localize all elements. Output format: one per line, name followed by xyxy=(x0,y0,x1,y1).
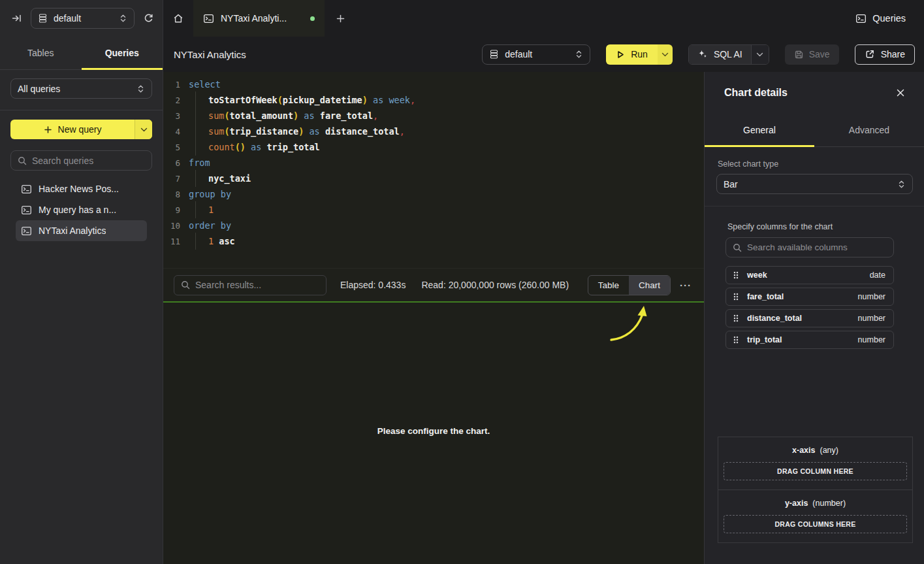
new-query-main[interactable]: New query xyxy=(10,120,135,139)
sql-editor-lines: 1select2toStartOfWeek(pickup_datetime) a… xyxy=(163,76,704,249)
top-bar-left: default xyxy=(0,0,163,37)
chevron-updown-icon xyxy=(575,50,583,59)
line-code: nyc_taxi xyxy=(189,173,251,184)
toolbar-database-value: default xyxy=(505,49,569,59)
columns-search-box[interactable] xyxy=(725,237,894,257)
column-pill-fare_total[interactable]: fare_totalnumber xyxy=(725,288,894,306)
chart-type-selector[interactable]: Bar xyxy=(716,174,913,194)
run-button[interactable]: Run xyxy=(606,44,673,65)
chart-type-value: Bar xyxy=(724,179,891,190)
refresh-icon[interactable] xyxy=(143,13,154,24)
sidebar-query-item[interactable]: NYTaxi Analytics xyxy=(16,220,147,241)
column-name: trip_total xyxy=(747,335,782,344)
sidebar-tab-tables-label: Tables xyxy=(27,48,54,58)
sql-ai-label: SQL AI xyxy=(714,49,742,59)
database-selector[interactable]: default xyxy=(31,8,135,29)
terminal-icon xyxy=(21,226,32,236)
code-line: 4sum(trip_distance) as distance_total, xyxy=(163,124,704,139)
new-query-dropdown[interactable] xyxy=(135,120,152,139)
query-search-box[interactable] xyxy=(10,150,152,171)
sql-ai-dropdown[interactable] xyxy=(751,45,769,64)
panel-tab-advanced[interactable]: Advanced xyxy=(814,113,924,146)
save-button[interactable]: Save xyxy=(785,44,839,65)
x-axis-section: x-axis (any) DRAG COLUMN HERE xyxy=(718,437,912,489)
line-code: group by xyxy=(189,189,231,199)
save-button-label: Save xyxy=(809,49,830,59)
code-line: 8group by xyxy=(163,186,704,202)
share-icon xyxy=(865,49,875,59)
sidebar-query-item[interactable]: My query has a n... xyxy=(16,199,147,220)
sidebar-tab-queries[interactable]: Queries xyxy=(82,37,163,69)
sidebar-query-item[interactable]: Hacker News Pos... xyxy=(16,178,147,199)
home-button[interactable] xyxy=(163,0,193,37)
sidebar-tab-tables[interactable]: Tables xyxy=(0,37,82,69)
chevron-down-icon xyxy=(140,127,148,132)
column-type: number xyxy=(858,292,885,301)
database-icon xyxy=(38,13,48,24)
query-name: Hacker News Pos... xyxy=(39,184,119,194)
query-filter-selector[interactable]: All queries xyxy=(10,78,152,99)
line-number: 6 xyxy=(163,158,180,168)
code-line: 3sum(total_amount) as fare_total, xyxy=(163,108,704,124)
results-search-box[interactable] xyxy=(174,275,327,295)
line-number: 5 xyxy=(163,142,180,152)
results-search-input[interactable] xyxy=(195,280,319,290)
line-code: 1 asc xyxy=(189,236,235,246)
column-type: number xyxy=(858,314,885,323)
line-code: 1 xyxy=(189,205,214,215)
column-pill-distance_total[interactable]: distance_totalnumber xyxy=(725,309,894,327)
terminal-icon xyxy=(21,184,32,194)
more-options-button[interactable]: ··· xyxy=(678,280,693,291)
chevron-updown-icon xyxy=(897,180,906,189)
available-columns-list: weekdatefare_totalnumberdistance_totalnu… xyxy=(725,266,894,349)
y-axis-dropzone[interactable]: DRAG COLUMNS HERE xyxy=(724,515,907,533)
sidebar-tabs: Tables Queries xyxy=(0,37,163,70)
chart-details-panel: Chart details General Advanced Select ch… xyxy=(704,72,924,564)
tab-nytaxi-analytics[interactable]: NYTaxi Analyti... xyxy=(193,0,325,37)
new-query-button[interactable]: New query xyxy=(10,120,152,139)
close-panel-button[interactable] xyxy=(896,88,905,97)
drag-handle-icon xyxy=(733,292,739,301)
x-axis-dropzone[interactable]: DRAG COLUMN HERE xyxy=(724,462,907,480)
chart-type-label: Select chart type xyxy=(716,159,913,169)
x-axis-header: x-axis (any) xyxy=(724,446,907,455)
panel-tabs: General Advanced xyxy=(705,113,924,147)
line-code: select xyxy=(189,79,221,90)
top-bar: default NYTaxi Analyti... xyxy=(0,0,924,37)
view-toggle-chart[interactable]: Chart xyxy=(629,276,670,295)
chevron-down-icon xyxy=(661,52,669,57)
chevron-updown-icon xyxy=(119,14,127,23)
sql-ai-button[interactable]: SQL AI xyxy=(688,44,769,65)
queries-shortcut[interactable]: Queries xyxy=(855,13,924,24)
collapse-sidebar-icon[interactable] xyxy=(11,13,22,24)
query-filter-value: All queries xyxy=(18,84,131,94)
share-button[interactable]: Share xyxy=(855,44,915,65)
query-toolbar: default Run SQL AI xyxy=(482,44,915,65)
chart-area: Please configure the chart. xyxy=(163,303,704,564)
line-number: 1 xyxy=(163,80,180,90)
share-button-label: Share xyxy=(881,49,905,59)
line-number: 9 xyxy=(163,205,180,215)
sql-editor[interactable]: 1select2toStartOfWeek(pickup_datetime) a… xyxy=(163,72,704,268)
panel-tab-general[interactable]: General xyxy=(705,113,814,146)
query-search-input[interactable] xyxy=(32,156,145,166)
code-line: 91 xyxy=(163,202,704,218)
new-tab-button[interactable] xyxy=(325,0,357,37)
plus-icon xyxy=(336,14,345,24)
view-toggle-table[interactable]: Table xyxy=(588,276,629,295)
query-name: My query has a n... xyxy=(39,205,116,215)
column-pill-trip_total[interactable]: trip_totalnumber xyxy=(725,331,894,349)
view-toggle: TableChart xyxy=(588,275,671,295)
close-icon xyxy=(896,88,905,97)
toolbar-database-selector[interactable]: default xyxy=(482,44,590,65)
sql-ai-main[interactable]: SQL AI xyxy=(689,45,751,64)
panel-tab-advanced-label: Advanced xyxy=(849,125,889,135)
run-button-main[interactable]: Run xyxy=(606,44,658,65)
tab-strip: NYTaxi Analyti... Queries xyxy=(163,0,924,37)
column-pill-week[interactable]: weekdate xyxy=(725,266,894,284)
line-code: sum(total_amount) as fare_total, xyxy=(189,110,378,121)
plus-icon xyxy=(44,125,52,134)
database-icon xyxy=(489,49,499,59)
columns-search-input[interactable] xyxy=(747,242,887,252)
run-options-dropdown[interactable] xyxy=(658,44,673,65)
